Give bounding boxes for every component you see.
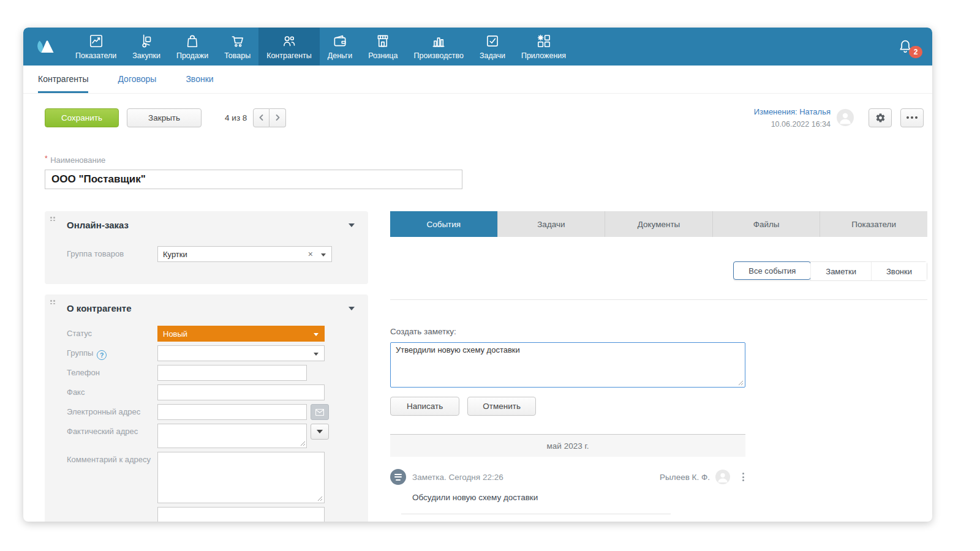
status-select[interactable]: Новый [157, 326, 325, 342]
nav-item-dengi[interactable]: Деньги [320, 28, 360, 66]
nav-item-label: Закупки [132, 51, 160, 60]
send-email-button[interactable] [311, 404, 329, 420]
drag-handle[interactable] [50, 300, 55, 304]
address-textarea[interactable] [157, 424, 307, 448]
chevron-down-icon [314, 333, 318, 336]
nav-item-label: Приложения [521, 51, 566, 60]
chevron-down-icon [317, 430, 323, 433]
fax-input[interactable] [157, 384, 325, 400]
tab-sobytiya[interactable]: События [390, 211, 497, 237]
card-header: О контрагенте [45, 303, 368, 322]
tab-dokumenty[interactable]: Документы [605, 211, 712, 237]
nav-item-label: Производство [413, 51, 464, 60]
resize-grip-icon[interactable] [317, 496, 323, 501]
note-icon [390, 469, 406, 485]
note-actions: Написать Отменить [390, 397, 927, 416]
resize-grip-icon[interactable] [300, 441, 306, 446]
phone-input[interactable] [157, 365, 307, 381]
changes-datetime: 10.06.2022 16:34 [771, 120, 831, 129]
resize-grip-icon[interactable] [738, 380, 744, 386]
nav-item-label: Товары [224, 51, 251, 60]
save-button[interactable]: Сохранить [45, 108, 119, 127]
tab-zadachi[interactable]: Задачи [497, 211, 605, 237]
address-dropdown-button[interactable] [311, 424, 329, 440]
tab-pokazateli[interactable]: Показатели [820, 211, 927, 237]
next-record-button[interactable] [270, 108, 286, 127]
ellipsis-icon [907, 116, 909, 119]
product-group-label: Группа товаров [45, 246, 157, 258]
nav-item-prilozheniya[interactable]: Приложения [513, 28, 574, 66]
prev-record-button[interactable] [253, 108, 270, 127]
tab-kontragenty[interactable]: Контрагенты [38, 66, 88, 93]
chevron-down-icon [321, 253, 326, 257]
filter-all-events[interactable]: Все события [733, 261, 811, 280]
address-comment-label: Комментарий к адресу [45, 452, 157, 464]
settings-button[interactable] [869, 108, 892, 127]
event-row: Заметка. Сегодня 22:26 Рылеев К. Ф. [390, 469, 745, 485]
help-icon[interactable]: ? [97, 350, 107, 360]
note-editor: Утвердили новую схему доставки [390, 342, 745, 388]
events-panel: События Задачи Документы Файлы Показател… [390, 211, 927, 514]
tab-dogovory[interactable]: Договоры [118, 66, 156, 93]
event-meta: Рылеев К. Ф. [660, 470, 745, 484]
app-window: Показатели Закупки Продажи Товары [23, 28, 932, 522]
email-label: Электронный адрес [45, 404, 157, 416]
note-textarea[interactable]: Утвердили новую схему доставки [390, 342, 745, 388]
divider [390, 299, 927, 300]
event-menu-button[interactable] [741, 471, 745, 482]
card-title: О контрагенте [67, 303, 132, 313]
people-icon [281, 33, 297, 49]
fax-label: Факс [45, 384, 157, 397]
nav-item-zakupki[interactable]: Закупки [124, 28, 168, 66]
address-comment-textarea[interactable] [157, 452, 325, 503]
product-group-select[interactable]: Куртки × [157, 246, 332, 262]
nav-item-pokazateli[interactable]: Показатели [67, 28, 124, 66]
nav-item-proizvodstvo[interactable]: Производство [405, 28, 472, 66]
event-filter-group: Все события Заметки Звонки [733, 261, 927, 281]
tab-label: Договоры [118, 74, 156, 84]
chart-line-icon [88, 33, 104, 49]
online-order-card: Онлайн-заказ Группа товаров Куртки × [45, 211, 368, 284]
tab-faily[interactable]: Файлы [712, 211, 820, 237]
more-actions-button[interactable] [900, 108, 924, 127]
collapse-icon[interactable] [349, 307, 355, 310]
filter-notes[interactable]: Заметки [810, 262, 871, 280]
email-input[interactable] [157, 404, 307, 420]
cancel-button[interactable]: Отменить [467, 397, 536, 416]
tab-label: Контрагенты [38, 74, 88, 84]
tab-zvonki[interactable]: Звонки [186, 66, 213, 93]
notification-badge: 2 [909, 46, 922, 58]
collapse-icon[interactable] [349, 223, 355, 227]
clear-icon[interactable]: × [308, 249, 313, 259]
main-content: Онлайн-заказ Группа товаров Куртки × [45, 211, 932, 522]
event-text: Обсудили новую схему доставки [412, 493, 927, 502]
envelope-icon [315, 409, 324, 416]
next-field-input[interactable] [157, 507, 325, 522]
tab-label: Звонки [186, 74, 213, 84]
divider [401, 514, 671, 514]
month-divider: май 2023 г. [390, 434, 745, 457]
filter-calls[interactable]: Звонки [871, 262, 927, 280]
status-value: Новый [163, 329, 187, 339]
groups-select[interactable] [157, 345, 325, 361]
nav-item-label: Розница [368, 51, 398, 60]
pager-position: 4 из 8 [225, 113, 247, 122]
notifications-button[interactable]: 2 [891, 28, 932, 66]
nav-item-roznica[interactable]: Розница [360, 28, 405, 66]
event-author-avatar [715, 470, 730, 484]
nav-item-prodazhi[interactable]: Продажи [168, 28, 216, 66]
name-input[interactable] [45, 170, 462, 189]
status-label: Статус [45, 326, 157, 338]
gear-icon [875, 113, 886, 123]
changes-author-link[interactable]: Изменения: Наталья [754, 107, 831, 116]
nav-item-kontragenty[interactable]: Контрагенты [258, 28, 320, 66]
nav-item-tovary[interactable]: Товары [216, 28, 258, 66]
write-button[interactable]: Написать [390, 397, 459, 416]
nav-item-zadachi[interactable]: Задачи [472, 28, 513, 66]
close-button[interactable]: Закрыть [127, 108, 202, 127]
hand-truck-icon [138, 33, 154, 49]
drag-handle[interactable] [50, 217, 55, 221]
moysklad-logo[interactable] [23, 28, 67, 66]
name-field-label: Наименование [50, 156, 105, 165]
phone-label: Телефон [45, 365, 157, 377]
